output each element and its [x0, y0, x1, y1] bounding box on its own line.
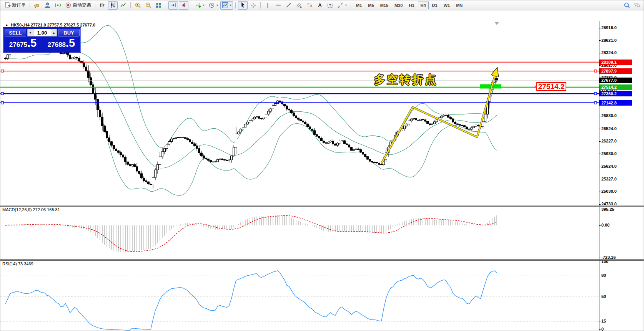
- line-chart-button[interactable]: [118, 1, 128, 10]
- chart-shift-marker-icon[interactable]: [494, 22, 499, 25]
- textT-icon: T: [327, 2, 333, 8]
- templates-button[interactable]: ▾: [220, 1, 233, 10]
- search-button[interactable]: [622, 1, 632, 10]
- one-click-trading-panel: SELL ▼ ▲ BUY 27675.5 27688.5: [3, 28, 81, 52]
- volume-stepper: ▼ ▲: [27, 29, 57, 36]
- candles-icon: [110, 2, 116, 8]
- volume-decrease-button[interactable]: ▼: [27, 29, 33, 36]
- crosshair-button[interactable]: [248, 1, 258, 10]
- pane-separator[interactable]: [0, 205, 644, 205]
- doc-plus-icon: [4, 2, 11, 8]
- dropdown-arrow-icon[interactable]: ▾: [203, 3, 205, 7]
- timeframe-mn-button[interactable]: MN: [453, 2, 465, 9]
- equidistant-channel-button[interactable]: E: [294, 1, 304, 10]
- toolbar-separator: [166, 2, 166, 8]
- trend-arrow[interactable]: [382, 71, 496, 163]
- collapse-triangle-icon[interactable]: ▲: [5, 23, 8, 27]
- sell-price[interactable]: 27675.5: [4, 37, 42, 51]
- candle-chart-button[interactable]: [108, 1, 118, 10]
- timeframe-h4-button[interactable]: H4: [418, 2, 429, 9]
- text-label-button[interactable]: T: [325, 1, 335, 10]
- timeframe-m5-button[interactable]: M5: [365, 2, 376, 9]
- hline-icon: [275, 2, 281, 8]
- profile-icon: [44, 2, 51, 8]
- svg-text:F: F: [310, 5, 312, 8]
- macd-pane[interactable]: [5, 215, 497, 252]
- line-handle[interactable]: [594, 70, 597, 72]
- vline-icon: [265, 2, 271, 8]
- svg-text:T: T: [329, 3, 331, 7]
- svg-text:A: A: [318, 2, 322, 8]
- signal-button[interactable]: [53, 1, 63, 10]
- auto-trading-button[interactable]: 自动交易: [63, 1, 93, 10]
- cursor-icon: [240, 2, 246, 8]
- auto-scroll-button[interactable]: [168, 1, 178, 10]
- tile-icon: [155, 2, 162, 8]
- pane-separator[interactable]: [0, 259, 644, 260]
- robot-icon: [65, 2, 72, 8]
- line-handle[interactable]: [594, 93, 597, 95]
- trend-arrow-outline: [382, 71, 496, 163]
- line-handle[interactable]: [1, 70, 3, 72]
- buy-button[interactable]: BUY: [58, 29, 80, 36]
- timeframe-m15-button[interactable]: M15: [378, 2, 391, 9]
- volume-input[interactable]: [33, 29, 51, 36]
- chart-ohlc-header: ▲ HK50-,H4 27721.0 27757.5 27627.5 27677…: [5, 23, 95, 27]
- bollinger-lower-band: [5, 50, 497, 195]
- bar-chart-button[interactable]: [98, 1, 107, 10]
- zoom-out-button[interactable]: [143, 1, 153, 10]
- toolbar-separator: [130, 2, 131, 8]
- profile-button[interactable]: [43, 1, 52, 10]
- horizontal-line-button[interactable]: [273, 1, 283, 10]
- indicators-button[interactable]: ▾: [193, 1, 206, 10]
- eraser-icon: [34, 2, 40, 8]
- chat-button[interactable]: [632, 1, 642, 10]
- new-order-button[interactable]: 新订单: [3, 1, 27, 10]
- dropdown-arrow-icon[interactable]: ▾: [345, 3, 347, 7]
- bollinger-middle-band: [5, 48, 497, 168]
- signal-icon: [55, 2, 61, 8]
- volume-increase-button[interactable]: ▲: [51, 29, 57, 36]
- dropdown-arrow-icon[interactable]: ▾: [230, 3, 231, 7]
- rsi-pane[interactable]: [0, 271, 599, 330]
- pane-separator[interactable]: [0, 260, 644, 261]
- timeframe-m30-button[interactable]: M30: [392, 2, 405, 9]
- timeframe-m1-button[interactable]: M1: [353, 2, 364, 9]
- text-button[interactable]: A: [315, 1, 324, 10]
- shapes-button[interactable]: ▾: [336, 1, 348, 10]
- timeframe-d1-button[interactable]: D1: [429, 2, 440, 9]
- line-handle[interactable]: [594, 102, 597, 104]
- auto-trading-button-label: 自动交易: [73, 2, 91, 8]
- zoom-in-button[interactable]: [133, 1, 143, 10]
- toolbar-separator: [260, 2, 261, 8]
- cursor-button[interactable]: [238, 1, 248, 10]
- timeframe-h1-button[interactable]: H1: [406, 2, 417, 9]
- clock-icon: [208, 2, 215, 8]
- pane-separator[interactable]: [0, 206, 644, 207]
- crosshair-icon: [250, 2, 256, 8]
- tline-icon: [285, 2, 292, 8]
- chartshift-icon: [180, 2, 187, 8]
- line-handle[interactable]: [1, 93, 3, 95]
- zoom-in-icon: [135, 2, 141, 8]
- svg-text:E: E: [300, 5, 302, 8]
- sell-button[interactable]: SELL: [5, 29, 26, 36]
- tile-windows-button[interactable]: [154, 1, 163, 10]
- candles-layer: [5, 45, 498, 189]
- mt4-window: 新订单自动交易▾▾▾EFAT▾M1M5M15M30H1H4D1W1MN ▲ HK…: [0, 0, 644, 331]
- toolbar-separator: [235, 2, 236, 8]
- chart-canvas[interactable]: [0, 11, 644, 331]
- fibonacci-button[interactable]: F: [305, 1, 314, 10]
- chart-area: ▲ HK50-,H4 27721.0 27757.5 27627.5 27677…: [0, 11, 644, 331]
- periods-button[interactable]: ▾: [207, 1, 220, 10]
- trendline-button[interactable]: [284, 1, 293, 10]
- template-icon: [222, 2, 228, 8]
- chart-shift-button[interactable]: [179, 1, 188, 10]
- channel-icon: E: [296, 2, 302, 8]
- vertical-line-button[interactable]: [263, 1, 273, 10]
- buy-price[interactable]: 27688.5: [42, 37, 80, 51]
- eraser-button[interactable]: [32, 1, 42, 10]
- timeframe-w1-button[interactable]: W1: [441, 2, 453, 9]
- line-handle[interactable]: [1, 102, 3, 104]
- dropdown-arrow-icon[interactable]: ▾: [216, 3, 218, 7]
